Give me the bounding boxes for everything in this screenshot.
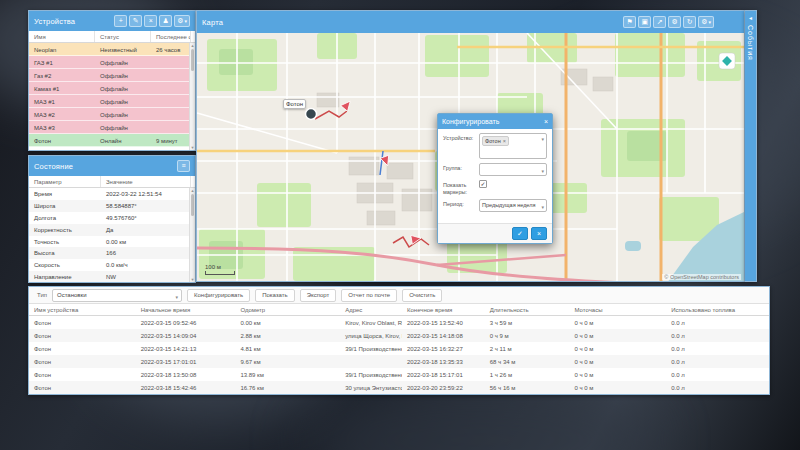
device-row[interactable]: Neoplan Неизвестный 26 часов bbox=[29, 43, 195, 56]
device-row[interactable]: ГАЗ #1 Оффлайн bbox=[29, 56, 195, 69]
refresh-button[interactable]: ↻ bbox=[683, 16, 696, 28]
caret-down-icon: ▾ bbox=[184, 16, 187, 26]
group-select[interactable]: ▾ bbox=[479, 163, 547, 176]
report-email-button[interactable]: Отчет по почте bbox=[341, 289, 397, 302]
remove-icon: × bbox=[149, 16, 153, 26]
chip-remove-icon[interactable]: × bbox=[503, 137, 506, 145]
report-row[interactable]: Фотон 2022-03-15 09:52:46 0.00 км Kirov,… bbox=[29, 316, 769, 329]
dialog-title: Конфигурировать bbox=[442, 118, 499, 125]
report-row[interactable]: Фотон 2022-03-15 17:01:01 9.67 км 2022-0… bbox=[29, 355, 769, 368]
device-row[interactable]: Фотон Онлайн 9 минут bbox=[29, 134, 195, 147]
device-chip[interactable]: Фотон × bbox=[482, 136, 509, 146]
cell-device: Фотон bbox=[29, 355, 136, 368]
report-clear-button[interactable]: Очистить bbox=[402, 289, 442, 302]
column-header[interactable]: Моточасы bbox=[570, 304, 667, 315]
cell-start-time: 2022-03-15 14:09:04 bbox=[136, 329, 236, 342]
map-tools-button[interactable]: ⚙ bbox=[668, 16, 681, 28]
device-row[interactable]: Газ #2 Оффлайн bbox=[29, 69, 195, 82]
desktop-background: Устройства + ✎ × ♟ ⚙▾ Имя Статус Последн… bbox=[0, 0, 800, 450]
column-header[interactable]: Значение bbox=[101, 176, 191, 187]
devices-scrollbar[interactable]: ▲ ▼ bbox=[189, 43, 195, 150]
cell-end-time: 2022-03-18 15:17:01 bbox=[402, 368, 485, 381]
column-header[interactable]: Адрес bbox=[340, 304, 402, 315]
device-multiselect[interactable]: Фотон × ▾ bbox=[479, 133, 547, 159]
column-header[interactable]: Статус bbox=[95, 31, 151, 42]
dialog-confirm-button[interactable]: ✓ bbox=[512, 227, 528, 240]
events-side-tab[interactable]: ◄ События bbox=[745, 10, 757, 282]
report-toolbar: Тип Остановки ▾ Конфигурировать Показать… bbox=[29, 287, 769, 304]
report-type-select[interactable]: Остановки ▾ bbox=[52, 289, 182, 302]
cell-address: Kirov, Kirov Oblast, RU bbox=[340, 316, 402, 329]
locate-button[interactable]: ↗ bbox=[653, 16, 666, 28]
dialog-header[interactable]: Конфигурировать × bbox=[438, 114, 552, 129]
add-device-button[interactable]: + bbox=[114, 15, 127, 27]
device-status: Оффлайн bbox=[95, 108, 151, 120]
state-list-button[interactable]: ≡ bbox=[177, 160, 190, 172]
devices-panel-title: Устройства bbox=[34, 17, 75, 26]
driver-button[interactable]: ♟ bbox=[159, 15, 172, 27]
column-header[interactable]: Одометр bbox=[235, 304, 340, 315]
report-show-button[interactable]: Показать bbox=[255, 289, 295, 302]
device-row[interactable]: МАЗ #3 Оффлайн bbox=[29, 121, 195, 134]
period-select[interactable]: Предыдущая неделя ▾ bbox=[479, 199, 547, 212]
map-settings-button[interactable]: ⚙▾ bbox=[698, 16, 714, 28]
device-settings-button[interactable]: ⚙▾ bbox=[174, 15, 190, 27]
caret-down-icon: ▾ bbox=[541, 202, 544, 212]
remove-device-button[interactable]: × bbox=[144, 15, 157, 27]
person-icon: ♟ bbox=[163, 16, 169, 26]
geofence-button[interactable]: ▣ bbox=[638, 16, 651, 28]
cell-address: 30 улица Энтузиастов, Kirov, Kirov ... bbox=[340, 381, 402, 394]
dialog-close-icon[interactable]: × bbox=[544, 118, 548, 125]
device-last-update bbox=[151, 82, 191, 94]
device-row[interactable]: МАЗ #2 Оффлайн bbox=[29, 108, 195, 121]
state-row: Корректность Да bbox=[29, 224, 195, 236]
state-row: Широта 58.584887° bbox=[29, 200, 195, 212]
column-header[interactable]: Длительность bbox=[485, 304, 570, 315]
report-row[interactable]: Фотон 2022-03-18 13:50:08 13.89 км 39/1 … bbox=[29, 368, 769, 381]
cell-fuel: 0.0 л bbox=[666, 342, 769, 355]
state-value: Да bbox=[101, 224, 191, 236]
scrollbar-thumb[interactable] bbox=[191, 194, 194, 216]
report-row[interactable]: Фотон 2022-03-15 14:09:04 2.88 км улица … bbox=[29, 329, 769, 342]
report-row[interactable]: Фотон 2022-03-15 14:21:13 4.81 км 39/1 П… bbox=[29, 342, 769, 355]
scrollbar-thumb[interactable] bbox=[191, 49, 194, 71]
device-marker[interactable] bbox=[306, 109, 317, 120]
map-logo[interactable] bbox=[719, 53, 735, 69]
cell-fuel: 0.0 л bbox=[666, 355, 769, 368]
dialog-body: Устройство: Фотон × ▾ Группа: ▾ bbox=[438, 129, 552, 223]
scroll-down-icon[interactable]: ▼ bbox=[190, 145, 195, 150]
device-marker-label[interactable]: Фотон bbox=[283, 99, 306, 109]
edit-device-button[interactable]: ✎ bbox=[129, 15, 142, 27]
device-last-update bbox=[151, 69, 191, 81]
cell-engine-hours: 0 ч 0 м bbox=[570, 381, 667, 394]
column-header[interactable]: Использовано топлива bbox=[666, 304, 769, 315]
column-header[interactable]: Последнее обн... bbox=[151, 31, 191, 42]
column-header[interactable]: Имя устройства bbox=[29, 304, 136, 315]
show-markers-checkbox[interactable]: ✓ bbox=[479, 180, 487, 188]
column-header[interactable]: Имя bbox=[29, 31, 95, 42]
device-row[interactable]: МАЗ #1 Оффлайн bbox=[29, 95, 195, 108]
column-header[interactable]: Параметр bbox=[29, 176, 101, 187]
device-row[interactable]: Камаз #1 Оффлайн bbox=[29, 82, 195, 95]
scroll-up-icon[interactable]: ▲ bbox=[190, 43, 195, 48]
scroll-up-icon[interactable]: ▲ bbox=[190, 188, 195, 193]
state-row: Долгота 49.576760° bbox=[29, 212, 195, 224]
scroll-down-icon[interactable]: ▼ bbox=[190, 277, 195, 282]
gear-icon: ⚙ bbox=[701, 17, 707, 27]
cell-fuel: 0.0 л bbox=[666, 329, 769, 342]
column-header[interactable]: Начальное время bbox=[136, 304, 236, 315]
gear-icon: ⚙ bbox=[672, 17, 678, 27]
report-export-button[interactable]: Экспорт bbox=[300, 289, 337, 302]
show-markers-button[interactable]: ⚑ bbox=[623, 16, 636, 28]
column-header[interactable]: Конечное время bbox=[402, 304, 485, 315]
device-chip-label: Фотон bbox=[485, 137, 501, 145]
state-table-header: Параметр Значение bbox=[29, 176, 195, 188]
dialog-cancel-button[interactable]: × bbox=[531, 227, 547, 240]
report-row[interactable]: Фотон 2022-03-18 15:42:46 16.76 км 30 ул… bbox=[29, 381, 769, 394]
state-scrollbar[interactable]: ▲ ▼ bbox=[189, 188, 195, 282]
device-status: Оффлайн bbox=[95, 69, 151, 81]
report-configure-button[interactable]: Конфигурировать bbox=[187, 289, 250, 302]
cell-end-time: 2022-03-15 16:32:27 bbox=[402, 342, 485, 355]
plus-icon: + bbox=[119, 16, 123, 26]
report-type-value: Остановки bbox=[57, 292, 87, 298]
